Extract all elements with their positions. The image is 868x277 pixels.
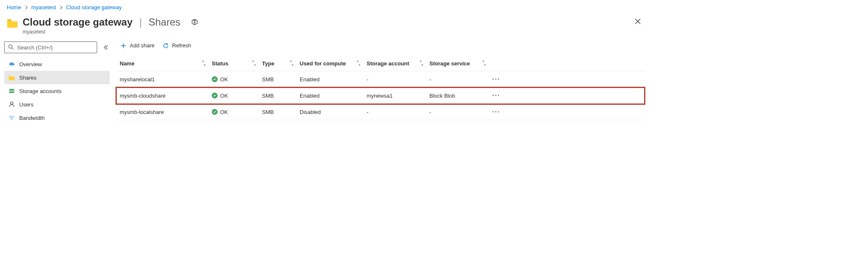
svg-point-8 xyxy=(11,119,12,120)
user-icon xyxy=(8,101,15,108)
cell-account: - xyxy=(363,71,426,88)
refresh-button[interactable]: Refresh xyxy=(163,42,191,49)
sidebar: Overview Shares Storage accounts xyxy=(0,41,113,124)
check-circle-icon xyxy=(212,109,218,115)
breadcrumb-item-2[interactable]: Cloud storage gateway xyxy=(66,4,122,10)
cell-compute: Enabled xyxy=(296,71,363,88)
table-row[interactable]: mysmb-cloudshare OK SMB Enabled mynewsa1… xyxy=(116,88,645,104)
svg-rect-5 xyxy=(9,90,14,91)
cell-type: SMB xyxy=(259,88,296,104)
pin-icon[interactable] xyxy=(191,19,198,26)
chevron-right-icon xyxy=(25,5,28,10)
col-header-type[interactable]: Type xyxy=(259,56,296,71)
search-input-wrapper[interactable] xyxy=(4,41,97,53)
svg-rect-6 xyxy=(9,91,14,92)
cell-account: mynewsa1 xyxy=(363,88,426,104)
collapse-sidebar-button[interactable] xyxy=(101,43,110,52)
breadcrumb-item-1[interactable]: myasetest xyxy=(31,4,56,10)
page-title: Cloud storage gateway xyxy=(23,16,133,28)
cell-type: SMB xyxy=(259,71,296,88)
storage-icon xyxy=(8,88,15,94)
title-separator: | xyxy=(139,16,142,28)
main-content: Add share Refresh Name xyxy=(113,41,651,124)
folder-icon xyxy=(7,18,18,28)
status-text: OK xyxy=(220,93,228,99)
page-section: Shares xyxy=(149,16,180,28)
sort-icon xyxy=(202,60,206,67)
col-header-label: Type xyxy=(262,60,274,67)
sidebar-item-label: Storage accounts xyxy=(19,88,62,94)
col-header-label: Storage account xyxy=(367,60,409,67)
sidebar-item-label: Overview xyxy=(19,61,42,67)
check-circle-icon xyxy=(212,76,218,82)
close-button[interactable] xyxy=(633,16,643,26)
col-header-status[interactable]: Status xyxy=(208,56,259,71)
toolbar-label: Refresh xyxy=(172,42,191,49)
svg-point-2 xyxy=(194,22,195,23)
breadcrumb-home[interactable]: Home xyxy=(7,4,21,10)
svg-point-7 xyxy=(10,102,13,104)
col-header-service[interactable]: Storage service xyxy=(426,56,489,71)
svg-point-3 xyxy=(9,44,12,48)
cell-compute: Enabled xyxy=(296,88,363,104)
col-header-label: Status xyxy=(212,60,229,67)
cell-name: mysmb-cloudshare xyxy=(116,88,208,104)
add-share-button[interactable]: Add share xyxy=(121,42,154,49)
svg-rect-4 xyxy=(9,89,14,93)
search-input[interactable] xyxy=(17,44,93,51)
status-text: OK xyxy=(220,76,228,83)
page-header: Cloud storage gateway | Shares myasetest xyxy=(0,13,651,36)
sidebar-item-storage-accounts[interactable]: Storage accounts xyxy=(4,84,110,98)
col-header-account[interactable]: Storage account xyxy=(363,56,426,71)
col-header-actions xyxy=(489,56,645,71)
cell-actions: ··· xyxy=(489,104,645,120)
sidebar-item-overview[interactable]: Overview xyxy=(4,57,110,71)
sort-icon xyxy=(357,60,361,67)
cell-service: - xyxy=(426,104,489,120)
cell-service: - xyxy=(426,71,489,88)
sidebar-item-label: Users xyxy=(19,101,33,108)
col-header-label: Storage service xyxy=(429,60,470,67)
sort-icon xyxy=(252,60,256,67)
toolbar: Add share Refresh xyxy=(116,41,645,56)
cell-service: Block Blob xyxy=(426,88,489,104)
col-header-label: Used for compute xyxy=(300,60,346,67)
table-row[interactable]: mysharelocal1 OK SMB Enabled - - xyxy=(116,71,645,88)
folder-icon xyxy=(8,74,15,81)
more-actions-button[interactable]: ··· xyxy=(492,108,500,115)
cell-status: OK xyxy=(208,88,259,104)
plus-icon xyxy=(121,43,126,49)
page-subtitle: myasetest xyxy=(23,29,198,35)
status-text: OK xyxy=(220,109,228,115)
shares-table: Name Status Type xyxy=(116,56,645,120)
col-header-name[interactable]: Name xyxy=(116,56,208,71)
sidebar-item-label: Bandwidth xyxy=(19,115,45,121)
cell-name: mysmb-localshare xyxy=(116,104,208,120)
cell-compute: Disabled xyxy=(296,104,363,120)
toolbar-label: Add share xyxy=(130,42,154,49)
cell-actions: ··· xyxy=(489,88,645,104)
col-header-compute[interactable]: Used for compute xyxy=(296,56,363,71)
sidebar-item-bandwidth[interactable]: Bandwidth xyxy=(4,111,110,124)
col-header-label: Name xyxy=(120,60,134,67)
more-actions-button[interactable]: ··· xyxy=(492,92,500,99)
cell-name: mysharelocal1 xyxy=(116,71,208,88)
chevron-right-icon xyxy=(59,5,63,10)
cell-type: SMB xyxy=(259,104,296,120)
wifi-icon xyxy=(8,114,15,121)
cell-status: OK xyxy=(208,71,259,88)
cloud-icon xyxy=(8,61,15,67)
refresh-icon xyxy=(163,43,169,49)
sidebar-item-label: Shares xyxy=(19,75,36,81)
sort-icon xyxy=(290,60,294,67)
search-icon xyxy=(8,44,14,51)
cell-account: - xyxy=(363,104,426,120)
table-row[interactable]: mysmb-localshare OK SMB Disabled - - xyxy=(116,104,645,120)
sort-icon xyxy=(419,60,424,67)
sidebar-item-shares[interactable]: Shares xyxy=(4,71,110,84)
sort-icon xyxy=(482,60,486,67)
check-circle-icon xyxy=(212,93,218,98)
sidebar-item-users[interactable]: Users xyxy=(4,98,110,111)
more-actions-button[interactable]: ··· xyxy=(492,75,500,83)
cell-actions: ··· xyxy=(489,71,645,88)
